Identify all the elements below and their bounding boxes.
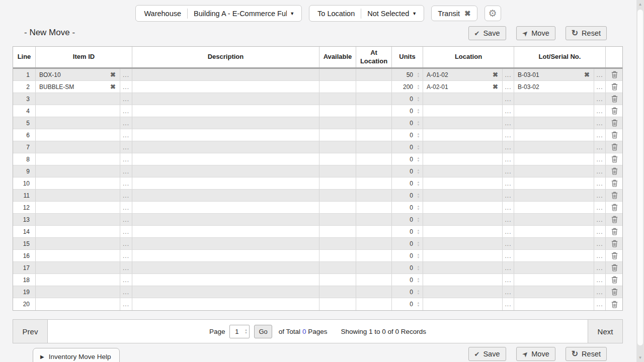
units-spinner[interactable]: ▲▼ [416, 108, 421, 114]
delete-row-button[interactable] [606, 238, 623, 249]
units-input[interactable]: 0 ▲▼ [392, 117, 423, 129]
location-input[interactable]: ✖ [423, 153, 503, 165]
units-input[interactable]: 0 ▲▼ [392, 298, 423, 310]
delete-row-button[interactable] [606, 226, 623, 237]
column-header-available[interactable]: Available [319, 47, 356, 67]
delete-row-button[interactable] [606, 250, 623, 261]
location-input[interactable]: ✖ [423, 250, 503, 261]
delete-row-button[interactable] [606, 129, 623, 141]
item-id-input[interactable]: ✖ [36, 117, 120, 129]
save-button-bottom[interactable]: ✔ Save [468, 347, 506, 361]
units-input[interactable]: 0 ▲▼ [392, 177, 423, 189]
item-lookup-button[interactable]: ... [120, 286, 132, 298]
prev-page-button[interactable]: Prev [13, 320, 48, 343]
lot-lookup-button[interactable]: ... [594, 69, 606, 80]
item-id-input[interactable]: ✖ [36, 274, 120, 286]
item-id-input[interactable]: ✖ [36, 177, 120, 189]
lot-lookup-button[interactable]: ... [594, 286, 606, 298]
clear-location-icon[interactable]: ✖ [493, 71, 502, 78]
location-lookup-button[interactable]: ... [503, 93, 514, 105]
location-input[interactable]: ✖ [423, 274, 503, 286]
item-lookup-button[interactable]: ... [120, 153, 132, 165]
location-lookup-button[interactable]: ... [503, 141, 514, 153]
move-button-bottom[interactable]: ➤ Move [516, 347, 555, 361]
units-input[interactable]: 0 ▲▼ [392, 286, 423, 298]
location-lookup-button[interactable]: ... [503, 190, 514, 201]
units-input[interactable]: 0 ▲▼ [392, 262, 423, 274]
location-input[interactable]: ✖ [423, 117, 503, 129]
units-spinner[interactable]: ▲▼ [416, 96, 421, 102]
lot-lookup-button[interactable]: ... [594, 274, 606, 286]
units-input[interactable]: 50 ▲▼ [392, 69, 423, 80]
item-lookup-button[interactable]: ... [120, 105, 132, 117]
lot-serial-input[interactable]: ✖ [514, 250, 594, 261]
lot-serial-input[interactable]: ✖ [514, 177, 594, 189]
lot-serial-input[interactable]: ✖ [514, 141, 594, 153]
lot-serial-input[interactable]: ✖ [514, 129, 594, 141]
item-lookup-button[interactable]: ... [120, 165, 132, 177]
delete-row-button[interactable] [606, 274, 623, 286]
item-id-input[interactable]: ✖ [36, 165, 120, 177]
units-spinner[interactable]: ▲▼ [416, 72, 421, 78]
lot-serial-input[interactable]: ✖ [514, 262, 594, 274]
units-input[interactable]: 0 ▲▼ [392, 250, 423, 261]
units-spinner[interactable]: ▲▼ [416, 205, 421, 211]
lot-lookup-button[interactable]: ... [594, 190, 606, 201]
location-input[interactable]: ✖ [423, 286, 503, 298]
clear-item-icon[interactable]: ✖ [110, 71, 120, 78]
inventory-move-help-expander[interactable]: ▶ Inventory Move Help [33, 348, 120, 362]
location-lookup-button[interactable]: ... [503, 153, 514, 165]
location-lookup-button[interactable]: ... [503, 238, 514, 249]
location-input[interactable]: ✖ [423, 177, 503, 189]
warehouse-select[interactable]: Building A - E-Commerce Fulfill ▼ [188, 10, 296, 18]
item-lookup-button[interactable]: ... [120, 214, 132, 225]
lot-lookup-button[interactable]: ... [594, 226, 606, 237]
delete-row-button[interactable] [606, 117, 623, 129]
location-lookup-button[interactable]: ... [503, 214, 514, 225]
lot-lookup-button[interactable]: ... [594, 117, 606, 129]
units-input[interactable]: 0 ▲▼ [392, 141, 423, 153]
clear-location-icon[interactable]: ✖ [493, 83, 502, 90]
clear-transit-icon[interactable]: ✖ [464, 10, 471, 17]
lot-serial-input[interactable]: ✖ [514, 190, 594, 201]
lot-serial-input[interactable]: ✖ [514, 153, 594, 165]
location-lookup-button[interactable]: ... [503, 105, 514, 117]
lot-lookup-button[interactable]: ... [594, 250, 606, 261]
location-input[interactable]: ✖ [423, 262, 503, 274]
units-input[interactable]: 0 ▲▼ [392, 153, 423, 165]
item-id-input[interactable]: ✖ [36, 298, 120, 310]
item-id-input[interactable]: BUBBLE-SM ✖ [36, 81, 120, 93]
delete-row-button[interactable] [606, 153, 623, 165]
item-id-input[interactable]: ✖ [36, 141, 120, 153]
units-spinner[interactable]: ▲▼ [416, 156, 421, 162]
units-spinner[interactable]: ▲▼ [416, 277, 421, 283]
page-spinner[interactable]: ▲▼ [244, 328, 249, 334]
units-spinner[interactable]: ▲▼ [416, 289, 421, 295]
item-lookup-button[interactable]: ... [120, 274, 132, 286]
location-input[interactable]: ✖ [423, 190, 503, 201]
scroll-down-arrow-icon[interactable]: ▼ [636, 354, 644, 361]
lot-serial-input[interactable]: B-03-01 ✖ [514, 69, 594, 80]
location-lookup-button[interactable]: ... [503, 286, 514, 298]
item-id-input[interactable]: ✖ [36, 286, 120, 298]
item-lookup-button[interactable]: ... [120, 262, 132, 274]
location-input[interactable]: ✖ [423, 129, 503, 141]
delete-row-button[interactable] [606, 105, 623, 117]
column-header-at-location[interactable]: At Location [356, 47, 392, 67]
lot-serial-input[interactable]: ✖ [514, 105, 594, 117]
lot-lookup-button[interactable]: ... [594, 298, 606, 310]
item-id-input[interactable]: ✖ [36, 202, 120, 213]
lot-lookup-button[interactable]: ... [594, 81, 606, 93]
column-header-location[interactable]: Location [423, 47, 514, 67]
units-input[interactable]: 0 ▲▼ [392, 105, 423, 117]
delete-row-button[interactable] [606, 202, 623, 213]
location-lookup-button[interactable]: ... [503, 117, 514, 129]
item-id-input[interactable]: ✖ [36, 238, 120, 249]
units-spinner[interactable]: ▲▼ [416, 84, 421, 90]
units-spinner[interactable]: ▲▼ [416, 253, 421, 259]
units-input[interactable]: 0 ▲▼ [392, 93, 423, 105]
go-button[interactable]: Go [254, 325, 272, 338]
item-lookup-button[interactable]: ... [120, 129, 132, 141]
units-spinner[interactable]: ▲▼ [416, 265, 421, 271]
lot-serial-input[interactable]: ✖ [514, 93, 594, 105]
